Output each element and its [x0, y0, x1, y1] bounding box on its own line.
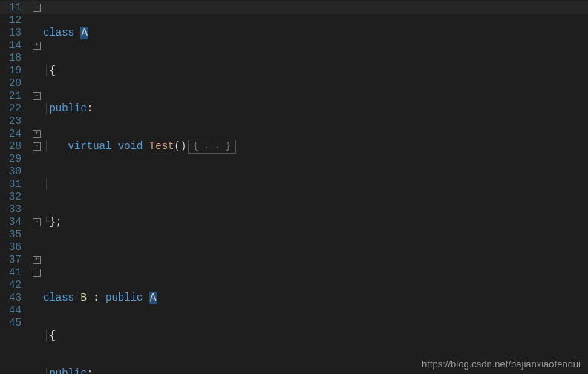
code-area[interactable]: class A │{ │public: │ virtual void Test(… [43, 0, 588, 374]
keyword-public: public [49, 367, 86, 374]
line-number: 34 [9, 216, 27, 229]
line-number: 32 [9, 191, 27, 203]
code-editor[interactable]: 11 12 13 14 18 19 20 21 22 23 24 28 29 3… [0, 0, 588, 374]
line-number-gutter: 11 12 13 14 18 19 20 21 22 23 24 28 29 3… [0, 0, 33, 374]
fold-minus-icon[interactable]: - [33, 4, 41, 12]
fold-minus-icon[interactable]: - [33, 142, 41, 151]
line-number: 18 [9, 52, 27, 65]
line-number: 12 [9, 14, 27, 27]
line-number: 43 [9, 292, 27, 304]
type-name: A [80, 27, 88, 39]
brace-semi: }; [49, 216, 62, 229]
line-number: 28 [9, 140, 27, 153]
keyword-class: class [43, 292, 74, 304]
fold-plus-icon[interactable]: + [33, 256, 41, 264]
collapsed-region[interactable]: { ... } [188, 140, 235, 154]
line-number: 44 [9, 304, 27, 317]
fold-plus-icon[interactable]: + [33, 42, 41, 50]
line-number: 45 [9, 317, 27, 329]
code-line[interactable] [43, 254, 588, 266]
keyword-public: public [105, 292, 143, 304]
code-line[interactable]: class A [43, 27, 588, 39]
code-line[interactable]: class B : public A [43, 292, 588, 304]
code-line[interactable]: │{ [43, 329, 588, 342]
line-number: 23 [9, 115, 27, 128]
code-line[interactable]: │ [43, 178, 588, 191]
line-number: 31 [9, 178, 27, 191]
brace: { [49, 329, 55, 342]
code-line[interactable]: │ virtual void Test(){ ... } [43, 140, 588, 153]
fold-minus-icon[interactable]: - [33, 92, 41, 100]
line-number: 33 [9, 203, 27, 216]
type-name: A [149, 292, 157, 304]
line-number: 19 [9, 65, 27, 77]
fold-plus-icon[interactable]: + [33, 130, 41, 138]
keyword-public: public [49, 102, 86, 115]
watermark-text: https://blog.csdn.net/bajianxiaofendui [422, 358, 581, 370]
line-number: 35 [9, 229, 27, 241]
brace: { [49, 65, 55, 77]
line-number: 41 [9, 266, 27, 279]
fold-minus-icon[interactable]: - [33, 269, 41, 277]
code-line[interactable]: └}; [43, 216, 588, 229]
code-line[interactable]: │{ [43, 65, 588, 77]
line-number: 30 [9, 165, 27, 178]
code-line[interactable]: │public: [43, 102, 588, 115]
line-number: 20 [9, 77, 27, 90]
line-number: 24 [9, 128, 27, 140]
function-name: Test [149, 140, 174, 153]
line-number: 13 [9, 27, 27, 39]
fold-gutter: - + - + - - + - [33, 0, 43, 374]
line-number: 37 [9, 254, 27, 266]
line-number: 29 [9, 153, 27, 165]
keyword-class: class [43, 27, 74, 39]
line-number: 11 [9, 1, 27, 14]
keyword-void: void [118, 140, 143, 153]
line-number: 22 [9, 102, 27, 115]
line-number: 36 [9, 241, 27, 254]
fold-minus-icon[interactable]: - [33, 218, 41, 226]
keyword-virtual: virtual [68, 140, 112, 153]
line-number: 21 [9, 90, 27, 102]
type-name: B [80, 292, 86, 304]
line-number: 42 [9, 279, 27, 292]
line-number: 14 [9, 39, 27, 52]
